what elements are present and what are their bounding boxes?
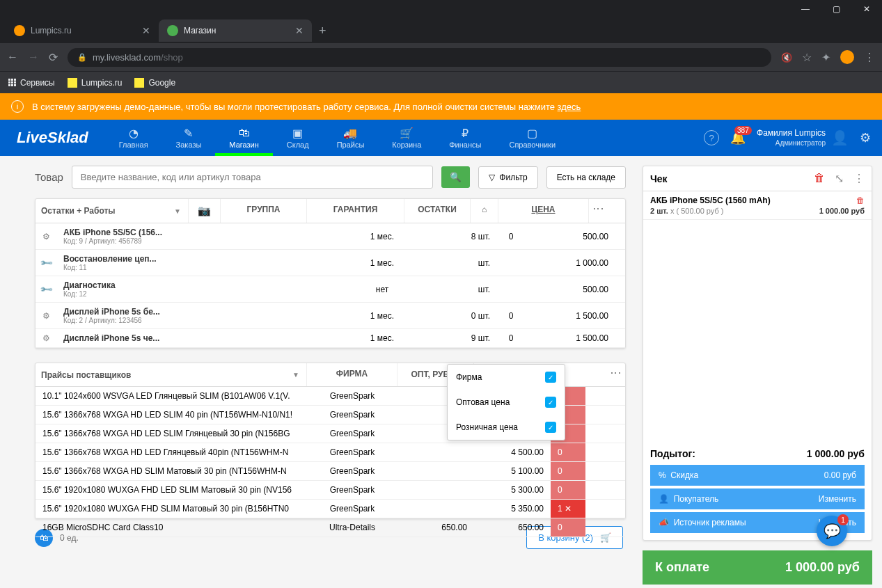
user-role: Администратор (757, 138, 826, 148)
notifications-button[interactable]: 🔔 387 (730, 130, 746, 145)
stock-row[interactable]: ⚙ Дисплей iPhone 5s бе...Код: 2 / Артику… (36, 303, 625, 329)
remove-item-icon[interactable]: 🗑 (856, 196, 865, 205)
checkbox-checked-icon[interactable]: ✓ (545, 397, 556, 408)
window-maximize[interactable]: ▢ (828, 3, 844, 15)
col-home[interactable]: ⌂ (471, 199, 498, 223)
back-button[interactable]: ← (7, 51, 18, 63)
demo-text: В систему загружены демо-данные, чтобы в… (32, 102, 581, 112)
supplier-row[interactable]: 15.6" 1920x1080 WUXGA FHD SLIM Матовый 3… (36, 500, 625, 518)
cart-more-icon[interactable]: ⋮ (853, 172, 865, 185)
row-type-icon: ⚙ (36, 329, 56, 347)
checkbox-checked-icon[interactable]: ✓ (545, 422, 556, 433)
nav-home[interactable]: ◔Главная (105, 122, 162, 153)
nav-prices[interactable]: 🚚Прайсы (323, 122, 379, 153)
warehouse-icon: ▣ (292, 127, 303, 141)
translate-icon[interactable]: 🔇 (781, 52, 792, 63)
nav-orders[interactable]: ✎Заказы (162, 122, 216, 153)
cart-item[interactable]: АКБ iPhone 5S/5C (1560 mAh)🗑 2 шт. x ( 5… (643, 191, 872, 220)
supplier-row[interactable]: 16GB MicroSDHC Card Class10 Ultra-Detail… (36, 518, 625, 537)
tab-title: Магазин (184, 26, 216, 35)
qty-cell[interactable]: 1 ✕ (551, 500, 585, 518)
stock-row[interactable]: ⚙ АКБ iPhone 5S/5C (156...Код: 9 / Артик… (36, 223, 625, 250)
window-minimize[interactable]: — (797, 3, 814, 15)
demo-link[interactable]: здесь (558, 102, 581, 112)
home-icon: ⌂ (482, 205, 487, 214)
orders-icon: ✎ (184, 127, 193, 141)
stock-row[interactable]: ⚙ Дисплей iPhone 5s че... 1 мес. 9 шт. 0… (36, 329, 625, 348)
dashboard-icon: ◔ (129, 127, 139, 141)
nav-finance[interactable]: ₽Финансы (435, 122, 495, 153)
browser-menu-icon[interactable]: ⋮ (864, 51, 875, 64)
supplier-row[interactable]: 15.6" 1920x1080 WUXGA FHD LED SLIM Матов… (36, 481, 625, 500)
tab-close-icon[interactable]: ✕ (295, 25, 304, 36)
subtotal-label: Подытог: (650, 448, 695, 459)
buyer-button[interactable]: 👤 Покупатель Изменить (650, 488, 865, 509)
nav-cart[interactable]: 🛒Корзина (378, 122, 435, 153)
extensions-icon[interactable]: ✦ (821, 51, 830, 64)
bookmark-label: Google (148, 78, 175, 88)
supplier-row[interactable]: 15.6" 1366x768 WXGA HD LED Глянцевый 40p… (36, 443, 625, 462)
apps-shortcut[interactable]: Сервисы (8, 78, 55, 88)
browser-tab-2[interactable]: Магазин ✕ (159, 19, 312, 42)
discount-button[interactable]: % Скидка 0.00 руб (650, 465, 865, 486)
help-button[interactable]: ? (704, 130, 719, 145)
stock-row[interactable]: 🔧 ДиагностикаКод: 12 нет шт. 500.00 (36, 276, 625, 303)
address-bar[interactable]: 🔒 my.livesklad.com/shop (68, 48, 771, 67)
bookmark-label: Lumpics.ru (81, 78, 123, 88)
nav-warehouse[interactable]: ▣Склад (273, 122, 323, 153)
chat-badge: 1 (837, 514, 849, 525)
chat-icon: 💬 (824, 523, 841, 539)
qty-cell[interactable]: 0 (551, 481, 585, 499)
profile-avatar[interactable] (840, 50, 854, 64)
chat-widget[interactable]: 💬 1 (817, 516, 847, 546)
toggle-retail[interactable]: Розничная цена✓ (448, 415, 565, 440)
stock-more-icon[interactable]: ⋮ (589, 199, 608, 223)
col-remain[interactable]: ОСТАТКИ (404, 199, 471, 223)
nav-shop[interactable]: 🛍Магазин (215, 122, 272, 156)
supplier-row[interactable]: 15.6" 1366x768 WXGA HD SLIM Матовый 30 p… (36, 462, 625, 481)
stock-dropdown[interactable]: Остатки + Работы▼ (36, 199, 189, 223)
top-nav: LiveSklad ◔Главная ✎Заказы 🛍Магазин ▣Скл… (0, 120, 882, 156)
qty-cell[interactable]: 0 (551, 443, 585, 461)
reload-button[interactable]: ⟳ (49, 51, 58, 64)
suppliers-dropdown[interactable]: Прайсы поставщиков▼ (36, 363, 307, 386)
row-type-icon: ⚙ (36, 303, 56, 328)
col-group[interactable]: ГРУППА (221, 199, 307, 223)
bookmark-google[interactable]: Google (134, 78, 175, 88)
delete-cart-icon[interactable]: 🗑 (814, 172, 825, 185)
cart-item-total: 1 000.00 руб (819, 207, 865, 215)
qty-cell[interactable]: 0 (551, 462, 585, 480)
camera-button[interactable]: 📷 (189, 199, 221, 223)
col-warranty[interactable]: ГАРАНТИЯ (307, 199, 404, 223)
shop-icon: 🛍 (239, 127, 250, 141)
search-button[interactable]: 🔍 (441, 166, 470, 188)
col-price[interactable]: ЦЕНА (498, 199, 589, 223)
filter-button[interactable]: ▽Фильтр (478, 166, 537, 189)
settings-icon[interactable]: ⚙ (860, 130, 871, 145)
stock-row[interactable]: 🔧 Восстановление цеп...Код: 11 1 мес. шт… (36, 250, 625, 276)
user-name: Фамилия Lumpics (757, 128, 826, 139)
toggle-opt[interactable]: Оптовая цена✓ (448, 390, 565, 415)
tab-close-icon[interactable]: ✕ (142, 25, 150, 36)
notif-badge: 387 (734, 126, 752, 135)
pay-button[interactable]: К оплате 1 000.00 руб (643, 550, 872, 585)
qty-cell[interactable]: 0 (551, 518, 585, 537)
checkbox-checked-icon[interactable]: ✓ (545, 372, 556, 383)
forward-button[interactable]: → (28, 51, 39, 63)
in-stock-button[interactable]: Есть на складе (546, 166, 626, 189)
new-tab-button[interactable]: + (312, 19, 333, 42)
search-input[interactable] (72, 166, 434, 189)
logo[interactable]: LiveSklad (0, 129, 105, 147)
browser-chrome: — ▢ ✕ Lumpics.ru ✕ Магазин ✕ + ← → ⟳ 🔒 m… (0, 0, 882, 93)
bookmark-star-icon[interactable]: ☆ (802, 51, 812, 64)
browser-tab-1[interactable]: Lumpics.ru ✕ (6, 19, 159, 42)
camera-icon: 📷 (198, 205, 211, 216)
window-close[interactable]: ✕ (858, 3, 875, 15)
collapse-icon[interactable]: ⤡ (835, 172, 844, 185)
col-firm[interactable]: ФИРМА (307, 363, 397, 386)
nav-refs[interactable]: ▢Справочники (495, 122, 569, 153)
bookmark-lumpics[interactable]: Lumpics.ru (68, 78, 123, 88)
toggle-firm[interactable]: Фирма✓ (448, 365, 565, 390)
suppliers-more-icon[interactable]: ⋮ (606, 363, 625, 386)
user-menu[interactable]: Фамилия Lumpics Администратор 👤 (757, 128, 849, 148)
